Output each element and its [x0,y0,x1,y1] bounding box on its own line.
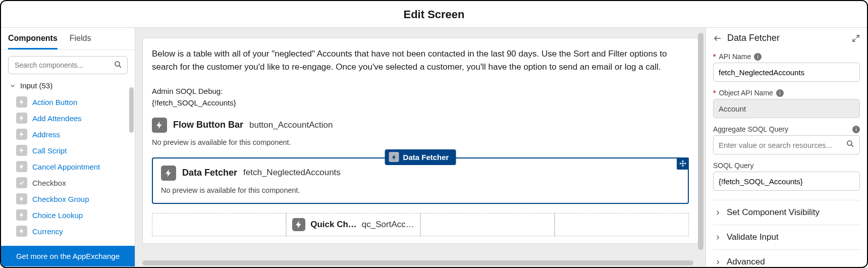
bolt-icon [16,113,27,124]
appexchange-button[interactable]: Get more on the AppExchange [1,246,135,266]
tab-fields[interactable]: Fields [70,34,91,49]
search-input[interactable] [8,56,128,74]
list-item[interactable]: Checkbox Group [1,191,135,207]
list-item-label: Currency [32,227,63,236]
accordion-label: Set Component Visibility [727,207,820,218]
list-item[interactable]: Currency [1,223,135,239]
list-item-label: Choice Lookup [32,211,83,220]
accordion-advanced[interactable]: Advanced [713,249,860,268]
svg-line-1 [119,66,121,68]
accordion-validate[interactable]: Validate Input [713,225,860,249]
list-item[interactable]: Call Script [1,142,135,158]
soql-query-input[interactable] [713,172,860,191]
object-api-name-input[interactable] [713,99,860,118]
component-title: Flow Button Bar [173,118,243,132]
chevron-right-icon [714,234,722,241]
category-label: Input (53) [20,81,52,90]
left-panel: Components Fields Input (53) Action Butt… [1,28,135,266]
canvas: Below is a table with all of your "negle… [135,28,706,266]
dropzone[interactable] [555,213,689,236]
bolt-icon [152,118,167,133]
component-title: Quick Ch… [310,218,357,231]
category-input[interactable]: Input (53) [1,78,135,93]
right-header: Data Fetcher [713,33,860,43]
right-panel: Data Fetcher * API Name i * Object API N… [706,28,867,266]
list-item-label: Add Attendees [32,114,82,123]
accordion-label: Advanced [727,257,765,267]
bolt-icon [389,152,399,162]
tab-components[interactable]: Components [8,34,58,49]
bolt-icon [161,166,176,181]
accordion-label: Validate Input [727,232,779,242]
description-text: Below is a table with all of your "negle… [152,47,689,74]
debug-value: {!fetch_SOQL_Accounts} [152,97,689,109]
svg-line-5 [856,35,859,38]
info-icon[interactable]: i [852,126,860,133]
debug-label: Admin SOQL Debug: [152,85,689,97]
list-item-label: Checkbox [32,179,66,187]
selection-pill: Data Fetcher [385,149,456,165]
bolt-icon [16,161,27,172]
svg-line-8 [851,145,853,147]
no-preview-text: No preview is available for this compone… [152,137,689,148]
expand-icon[interactable] [852,34,860,42]
info-icon[interactable]: i [776,89,784,97]
check-icon [16,177,27,188]
component-instance: qc_SortAcc… [362,218,414,231]
field-label: Object API Name [719,89,773,97]
pill-label: Data Fetcher [403,151,449,163]
bolt-icon [16,209,27,221]
api-name-input[interactable] [713,63,860,82]
info-icon[interactable]: i [754,53,762,61]
quick-choice-row: Quick Ch… qc_SortAcc… [152,213,689,236]
soql-query-field: SOQL Query [713,162,860,191]
list-item[interactable]: Address [1,126,135,142]
list-item-label: Call Script [32,146,67,155]
no-preview-text: No preview is available for this compone… [161,185,680,196]
panel-title: Data Fetcher [727,33,780,43]
required-indicator: * [713,52,716,61]
svg-line-6 [853,38,855,41]
svg-point-7 [847,141,852,145]
list-item[interactable]: Action Button [1,94,135,110]
list-item-label: Address [32,130,60,139]
list-item[interactable]: Cancel Appointment [1,158,135,175]
field-label: API Name [719,52,751,61]
back-arrow-icon[interactable] [713,34,722,43]
bolt-icon [292,218,305,231]
page-title: Edit Screen [1,1,867,28]
quick-choice-cell[interactable]: Quick Ch… qc_SortAcc… [286,213,420,236]
field-label: Aggregate SOQL Query [713,125,788,133]
component-instance: fetch_NeglectedAccounts [243,166,341,179]
scrollbar-thumb[interactable] [698,33,703,250]
description-card[interactable]: Below is a table with all of your "negle… [142,38,698,244]
scrollbar-thumb[interactable] [129,87,134,133]
bolt-icon [16,129,27,140]
list-item[interactable]: Checkbox [1,175,135,191]
object-api-name-field: * Object API Name i [713,89,860,118]
dropzone[interactable] [420,213,555,236]
accordion: Set Component Visibility Validate Input … [713,200,860,268]
chevron-right-icon [714,209,722,217]
bolt-icon [16,96,27,108]
move-handle-icon[interactable] [677,157,689,170]
aggregate-soql-input[interactable] [713,135,860,154]
bolt-icon [16,145,27,156]
list-item[interactable]: Choice Lookup [1,207,135,223]
flow-button-bar-row[interactable]: Flow Button Bar button_AccountAction [152,118,689,133]
list-item[interactable]: Add Attendees [1,110,135,126]
dropzone[interactable] [152,213,286,236]
aggregate-soql-field: Aggregate SOQL Query i [713,125,860,154]
bolt-icon [16,193,27,204]
search-icon [846,139,855,148]
list-item-label: Checkbox Group [32,195,89,203]
h-scrollbar-thumb[interactable] [142,260,693,265]
chevron-right-icon [714,258,722,266]
component-title: Data Fetcher [182,166,237,180]
api-name-field: * API Name i [713,52,860,82]
svg-point-0 [115,62,120,66]
search-box [8,56,128,74]
search-wrap [1,50,135,78]
component-list: Action Button Add Attendees Address Call… [1,93,135,246]
accordion-visibility[interactable]: Set Component Visibility [713,200,860,225]
